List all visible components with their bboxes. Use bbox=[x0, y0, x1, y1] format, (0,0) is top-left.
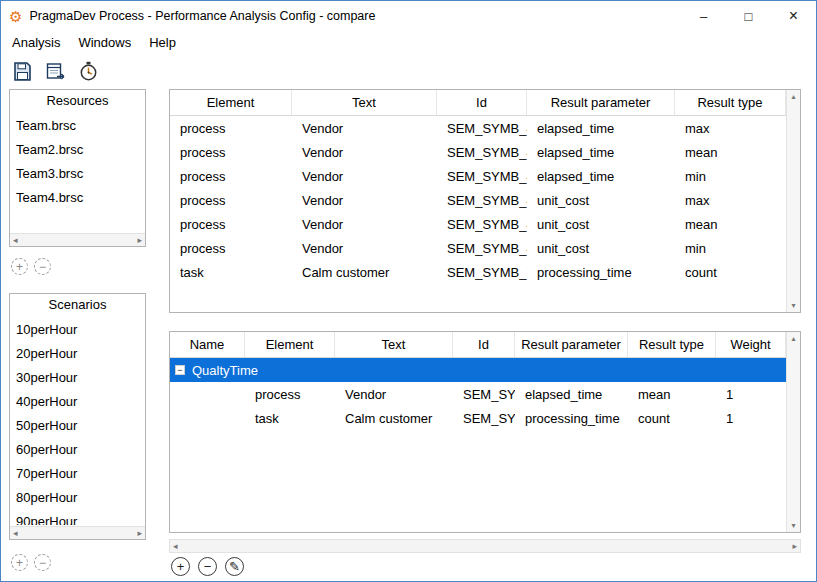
menu-item-analysis[interactable]: Analysis bbox=[3, 31, 69, 55]
table-cell: elapsed_time bbox=[515, 387, 628, 402]
resources-hscrollbar[interactable]: ◂ ▸ bbox=[10, 233, 145, 246]
title-bar: ⚙ PragmaDev Process - Performance Analys… bbox=[1, 1, 816, 31]
scenario-item[interactable]: 60perHour bbox=[10, 438, 145, 462]
table-row[interactable]: processVendorSEM_SYMB_4_4elapsed_timemin bbox=[170, 164, 786, 188]
table-cell: processing_time bbox=[515, 411, 628, 426]
table-cell: mean bbox=[675, 145, 786, 160]
scroll-up-icon[interactable]: ▴ bbox=[791, 334, 795, 343]
menu-item-windows[interactable]: Windows bbox=[69, 31, 140, 55]
kpi-table-body: −QualtyTimeprocessVendorSEM_SYMelapsed_t… bbox=[170, 358, 786, 430]
scroll-left-icon[interactable]: ◂ bbox=[13, 528, 18, 538]
results-table: ElementTextIdResult parameterResult type… bbox=[169, 89, 801, 313]
kpi-hscrollbar[interactable]: ◂ ▸ bbox=[169, 539, 801, 553]
table-cell: SEM_SYMB_4_4 bbox=[437, 193, 527, 208]
table-row[interactable]: processVendorSEM_SYMB_4_4unit_costmax bbox=[170, 188, 786, 212]
scroll-left-icon[interactable]: ◂ bbox=[173, 541, 178, 551]
table-row[interactable]: processVendorSEM_SYMB_4_4elapsed_timemea… bbox=[170, 140, 786, 164]
scenarios-hscrollbar[interactable]: ◂ ▸ bbox=[10, 526, 145, 539]
export-button[interactable] bbox=[42, 58, 68, 84]
column-header[interactable]: Result type bbox=[628, 332, 716, 357]
scroll-up-icon[interactable]: ▴ bbox=[791, 92, 795, 101]
collapse-icon[interactable]: − bbox=[175, 365, 185, 375]
kpi-group-name: QualtyTime bbox=[192, 363, 258, 378]
table-row[interactable]: taskCalm customerSEM_SYMprocessing_timec… bbox=[170, 406, 786, 430]
table-cell: 1 bbox=[716, 411, 786, 426]
table-row[interactable]: processVendorSEM_SYMB_4_4elapsed_timemax bbox=[170, 116, 786, 140]
scroll-right-icon[interactable]: ▸ bbox=[137, 528, 142, 538]
column-header[interactable]: Id bbox=[437, 90, 527, 115]
resources-title: Resources bbox=[10, 90, 145, 112]
column-header[interactable]: Element bbox=[245, 332, 335, 357]
table-row[interactable]: taskCalm customerSEM_SYMB_73processing_t… bbox=[170, 260, 786, 284]
column-header[interactable]: Result parameter bbox=[515, 332, 628, 357]
timer-button[interactable] bbox=[75, 58, 101, 84]
table-cell: elapsed_time bbox=[527, 169, 675, 184]
scenario-item[interactable]: 10perHour bbox=[10, 318, 145, 342]
column-header[interactable]: Result parameter bbox=[527, 90, 675, 115]
column-header[interactable]: Text bbox=[335, 332, 453, 357]
close-button[interactable]: × bbox=[771, 1, 816, 31]
kpi-vscrollbar[interactable]: ▴ ▾ bbox=[786, 332, 800, 532]
resources-list: Team.brscTeam2.brscTeam3.brscTeam4.brsc bbox=[10, 114, 145, 232]
kpi-add-button[interactable]: + bbox=[171, 557, 190, 576]
scenario-item[interactable]: 40perHour bbox=[10, 390, 145, 414]
table-cell: max bbox=[675, 193, 786, 208]
resource-item[interactable]: Team.brsc bbox=[10, 114, 145, 138]
kpi-edit-button[interactable]: ✎ bbox=[225, 557, 244, 576]
column-header[interactable]: Id bbox=[453, 332, 515, 357]
save-button[interactable] bbox=[9, 58, 35, 84]
scroll-right-icon[interactable]: ▸ bbox=[792, 541, 797, 551]
kpi-table-header: NameElementTextIdResult parameterResult … bbox=[170, 332, 786, 358]
scroll-right-icon[interactable]: ▸ bbox=[137, 235, 142, 245]
resource-item[interactable]: Team3.brsc bbox=[10, 162, 145, 186]
column-header[interactable]: Text bbox=[292, 90, 437, 115]
toolbar bbox=[1, 55, 816, 87]
table-cell: Vendor bbox=[335, 387, 453, 402]
table-row[interactable]: processVendorSEM_SYMelapsed_timemean1 bbox=[170, 382, 786, 406]
results-vscrollbar[interactable]: ▴ ▾ bbox=[786, 90, 800, 312]
column-header[interactable]: Weight bbox=[716, 332, 786, 357]
resources-actions: + − bbox=[11, 258, 51, 275]
column-header[interactable]: Element bbox=[170, 90, 292, 115]
table-cell: SEM_SYMB_73 bbox=[437, 265, 527, 280]
maximize-button[interactable]: □ bbox=[726, 1, 771, 31]
scroll-left-icon[interactable]: ◂ bbox=[13, 235, 18, 245]
table-cell: process bbox=[170, 241, 292, 256]
table-cell: min bbox=[675, 169, 786, 184]
table-cell: process bbox=[170, 145, 292, 160]
scenario-item[interactable]: 50perHour bbox=[10, 414, 145, 438]
scenario-remove-button[interactable]: − bbox=[34, 554, 51, 571]
scenarios-title: Scenarios bbox=[10, 294, 145, 316]
resource-item[interactable]: Team2.brsc bbox=[10, 138, 145, 162]
table-cell: Vendor bbox=[292, 145, 437, 160]
scenario-item[interactable]: 30perHour bbox=[10, 366, 145, 390]
resource-add-button[interactable]: + bbox=[11, 258, 28, 275]
scenario-item[interactable]: 90perHour bbox=[10, 510, 145, 525]
window-controls: – □ × bbox=[681, 1, 816, 31]
kpi-remove-button[interactable]: − bbox=[198, 557, 217, 576]
kpi-group-row[interactable]: −QualtyTime bbox=[170, 358, 786, 382]
table-cell: min bbox=[675, 241, 786, 256]
menu-item-help[interactable]: Help bbox=[140, 31, 185, 55]
table-cell: process bbox=[170, 121, 292, 136]
column-header[interactable]: Name bbox=[170, 332, 245, 357]
column-header[interactable]: Result type bbox=[675, 90, 786, 115]
table-cell: Calm customer bbox=[292, 265, 437, 280]
table-cell: count bbox=[628, 411, 716, 426]
scenario-item[interactable]: 70perHour bbox=[10, 462, 145, 486]
table-row[interactable]: processVendorSEM_SYMB_4_4unit_costmin bbox=[170, 236, 786, 260]
scenario-add-button[interactable]: + bbox=[11, 554, 28, 571]
scenario-item[interactable]: 80perHour bbox=[10, 486, 145, 510]
scroll-down-icon[interactable]: ▾ bbox=[791, 521, 795, 530]
table-cell: task bbox=[245, 411, 335, 426]
resource-item[interactable]: Team4.brsc bbox=[10, 186, 145, 210]
results-table-header: ElementTextIdResult parameterResult type bbox=[170, 90, 786, 116]
table-cell: SEM_SYMB_4_4 bbox=[437, 217, 527, 232]
minimize-button[interactable]: – bbox=[681, 1, 726, 31]
resource-remove-button[interactable]: − bbox=[34, 258, 51, 275]
scroll-down-icon[interactable]: ▾ bbox=[791, 301, 795, 310]
table-cell: processing_time bbox=[527, 265, 675, 280]
scenario-item[interactable]: 20perHour bbox=[10, 342, 145, 366]
table-cell: process bbox=[170, 193, 292, 208]
table-row[interactable]: processVendorSEM_SYMB_4_4unit_costmean bbox=[170, 212, 786, 236]
